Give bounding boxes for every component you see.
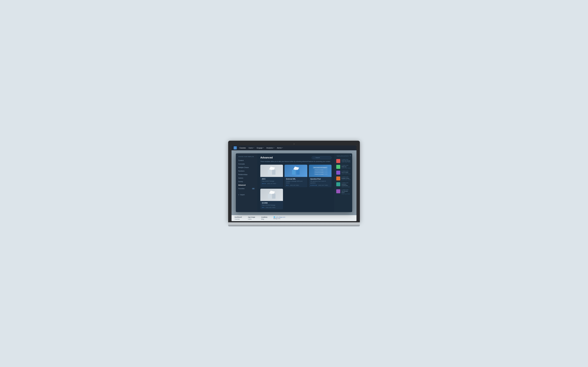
template-name-aicc: AICC (262, 178, 281, 180)
template-card-externalurl[interactable]: External URL Display a webpage within yo… (285, 165, 307, 187)
template-info-qpool: Question Pool Ask questions from a pool … (309, 177, 331, 187)
activity-time-1: 12 MINS AGO (341, 159, 351, 160)
template-meta-scorm: ★★ USED 3251 TIMES (262, 207, 281, 208)
activity-time-4: 14 MINS AGO (341, 176, 351, 177)
template-desc-external: Display a webpage within your lesson (286, 180, 306, 184)
activity-thumb-4 (336, 176, 340, 180)
scorm-stars: ★★ (262, 207, 264, 208)
search-box[interactable]: ⌕ Search (311, 156, 331, 159)
template-empty-1 (285, 189, 307, 209)
activity-item-4: 14 MINS AGO Multiple Choice USED 32381 T… (335, 175, 352, 181)
template-meta-external: ★★ USED 385 TIMES (286, 184, 306, 186)
activity-uses-3: USED 19691 TIMES (341, 173, 351, 175)
sidebar-item-content[interactable]: Content (236, 159, 257, 162)
screen: Courses Users ▾ Engage ▾ Analytics ▾ Adm… (232, 145, 356, 221)
aicc-uses: USED 130 TIMES (267, 183, 276, 184)
template-info-external: External URL Display a webpage within yo… (285, 177, 307, 187)
nav-engage[interactable]: Engage ▾ (257, 147, 264, 149)
activity-item-2: 12 MINS AGO Strike-out USED 27950 TIMES (335, 164, 352, 170)
template-info-aicc: AICC Play an AICC Package ★★★ USED 130 T… (260, 177, 283, 185)
modal-sidebar: Choose Your Template Content Concepts Mu… (236, 153, 257, 212)
activity-uses-2: USED 27950 TIMES (341, 167, 351, 169)
modal-dialog: × Choose Your Template Content Concepts … (236, 153, 352, 212)
sidebar-item-games[interactable]: Games (236, 176, 257, 180)
qpool-q1: Which product is the cheapest? (313, 167, 328, 168)
sidebar-item-numbers[interactable]: Numbers (236, 169, 257, 173)
activity-uses-5: USED 4713 TIMES (341, 186, 351, 187)
qpool-a2: Product B is cheaper (314, 171, 328, 173)
templates-grid-bottom: SCORM Play a SCORM Package ★★ USED 3251 … (260, 189, 331, 209)
qpool-a3: Product C is cheaper (314, 173, 328, 175)
sidebar-item-concepts[interactable]: Concepts (236, 162, 257, 166)
sidebar-item-survey[interactable]: Survey (236, 180, 257, 183)
activity-thumb-6 (336, 189, 340, 193)
template-card-questionpool[interactable]: Which product is the cheapest? Product A… (309, 165, 331, 187)
activity-thumb-1 (336, 159, 340, 163)
activity-info-6: 17 MINS AGO The Elevator Game USED 2130 … (341, 189, 351, 194)
activity-time-3: 12 MINS AGO (341, 171, 351, 172)
footer-title-2: App Usage (248, 216, 255, 218)
activity-thumb-5 (336, 182, 340, 186)
template-thumb-qpool: Which product is the cheapest? Product A… (309, 165, 331, 177)
footer-col-1: Dashboard Courses (234, 216, 242, 220)
template-desc-scorm: Play a SCORM Package (262, 204, 281, 206)
logo (234, 146, 237, 150)
activity-name-2: Strike-out (341, 166, 351, 167)
template-desc-qpool: Ask questions from a pool of questions (310, 180, 330, 184)
footer-sub-3: Blog (261, 218, 267, 220)
activity-info-2: 12 MINS AGO Strike-out USED 27950 TIMES (341, 165, 351, 169)
sidebar-item-relationships[interactable]: Relationships (236, 173, 257, 176)
qpool-stars: ★★★★★ (310, 184, 317, 186)
nav-analytics[interactable]: Analytics ▾ (267, 147, 274, 149)
admin-chevron: ▾ (282, 147, 283, 149)
modal-header-row: Advanced ⌕ Search (260, 156, 331, 159)
external-stars: ★★ (286, 184, 288, 186)
activity-name-1: Circle the Answer (341, 160, 351, 162)
footer-col-2: App Usage Users (248, 216, 255, 220)
engage-chevron: ▾ (263, 147, 264, 149)
footer-col-3: Academy Blog (261, 216, 267, 220)
footer-sub-4: EdApp iOS (274, 218, 285, 219)
aicc-stars: ★★★ (262, 183, 266, 184)
activity-name-5: Sentence Construction (341, 184, 351, 186)
activity-thumb-3 (336, 171, 340, 175)
template-card-scorm[interactable]: SCORM Play a SCORM Package ★★ USED 3251 … (260, 189, 283, 209)
analytics-chevron: ▾ (274, 147, 274, 149)
footer-col-4: 🌐 web.edapp.com EdApp iOS (274, 216, 285, 220)
activity-name-6: The Elevator Game (341, 191, 351, 193)
cube-icon-scorm (268, 191, 276, 199)
laptop-foot (228, 225, 360, 226)
main-area: × Choose Your Template Content Concepts … (232, 150, 356, 215)
close-button[interactable]: × (350, 155, 351, 157)
sidebar-item-favorites[interactable]: Favorites ●0 (236, 187, 257, 190)
search-icon: ⌕ (314, 157, 314, 158)
sidebar-item-multiplechoice[interactable]: Multiple Choice (236, 166, 257, 169)
activity-item-6: 17 MINS AGO The Elevator Game USED 2130 … (335, 188, 352, 195)
qpool-uses: USED 2847 TIMES (318, 184, 328, 186)
template-name-qpool: Question Pool (310, 178, 330, 180)
import-button[interactable]: + Import (236, 192, 257, 198)
template-empty-2 (309, 189, 331, 209)
qpool-mockup: Which product is the cheapest? Product A… (312, 166, 329, 176)
template-name-scorm: SCORM (262, 202, 281, 204)
activity-item-3: 12 MINS AGO True or False USED 19691 TIM… (335, 170, 352, 175)
qpool-a1: Product A is cheaper (314, 169, 328, 171)
activity-uses-4: USED 32381 TIMES (341, 179, 351, 180)
search-input[interactable]: Search (315, 157, 320, 158)
activity-time-5: 14 MINS AGO (341, 182, 351, 183)
template-card-aicc[interactable]: AICC Play an AICC Package ★★★ USED 130 T… (260, 165, 283, 187)
plus-icon: + (238, 194, 239, 196)
nav-admin[interactable]: Admin ▾ (277, 147, 283, 149)
topnav: Courses Users ▾ Engage ▾ Analytics ▾ Adm… (232, 145, 356, 150)
nav-courses[interactable]: Courses (240, 147, 246, 149)
activity-info-1: 12 MINS AGO Circle the Answer USED 21868… (341, 159, 351, 163)
activity-item-5: 14 MINS AGO Sentence Construction USED 4… (335, 181, 352, 188)
footer-sub-1: Courses (234, 218, 242, 220)
cube-icon-external (292, 167, 300, 175)
nav-users[interactable]: Users ▾ (249, 147, 254, 149)
sidebar-item-advanced[interactable]: Advanced (236, 183, 257, 187)
favorites-badge: ●0 (252, 188, 255, 190)
users-chevron: ▾ (253, 147, 254, 149)
camera (294, 143, 295, 144)
screen-bezel: Courses Users ▾ Engage ▾ Analytics ▾ Adm… (228, 141, 360, 222)
